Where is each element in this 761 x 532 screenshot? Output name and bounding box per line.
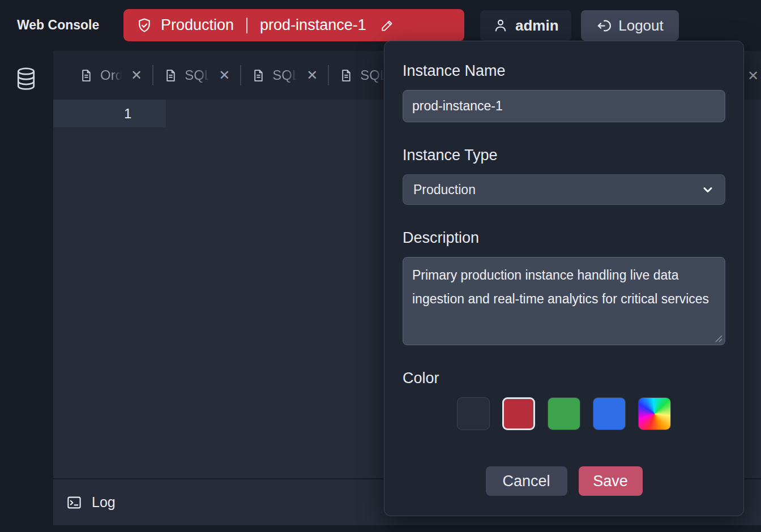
sidebar [0, 51, 53, 532]
environment-badge[interactable]: Production prod-instance-1 [123, 9, 464, 41]
color-swatch-red[interactable] [502, 397, 535, 430]
logout-icon [596, 18, 612, 33]
tab-orders[interactable]: Ord ✕ [69, 67, 152, 83]
terminal-icon [66, 494, 83, 511]
color-swatch-green[interactable] [548, 397, 580, 430]
tab-label: SQL [360, 67, 386, 83]
username: admin [515, 17, 559, 35]
logout-label: Logout [618, 17, 664, 35]
save-button[interactable]: Save [579, 466, 643, 496]
line-number: 1 [124, 106, 131, 122]
color-swatch-row [403, 397, 725, 430]
tab-close-icon-overflow[interactable]: ✕ [747, 68, 759, 84]
tab-close-icon[interactable]: ✕ [219, 68, 230, 82]
color-label: Color [403, 368, 725, 388]
tab-label: SQL [272, 67, 298, 83]
tab-close-icon[interactable]: ✕ [131, 68, 142, 82]
file-icon [79, 68, 93, 83]
dialog-actions: Cancel Save [403, 466, 725, 496]
tab-label: SQL [185, 67, 211, 83]
badge-instance-name: prod-instance-1 [260, 16, 366, 34]
active-line-gutter: 1 [53, 100, 166, 127]
color-swatch-rainbow[interactable] [638, 397, 671, 430]
edit-icon[interactable] [380, 18, 395, 33]
file-icon [339, 68, 353, 83]
tab-sql-1[interactable]: SQL ✕ [153, 67, 240, 83]
user-icon [493, 18, 508, 33]
instance-settings-dialog: Instance Name Instance Type Production D… [384, 41, 744, 516]
shield-check-icon [136, 17, 153, 34]
instance-type-select[interactable]: Production [403, 174, 725, 205]
color-swatch-blue[interactable] [593, 397, 626, 430]
instance-name-input[interactable] [403, 90, 725, 122]
instance-type-label: Instance Type [403, 145, 725, 165]
description-label: Description [403, 228, 725, 248]
file-icon [164, 68, 178, 83]
tab-label: Ord [100, 67, 123, 83]
environment-label: Production [161, 16, 234, 34]
description-textarea[interactable]: Primary production instance handling liv… [403, 257, 725, 345]
file-icon [251, 68, 266, 83]
color-swatch-default[interactable] [457, 397, 490, 430]
log-label: Log [92, 494, 116, 510]
tab-sql-2[interactable]: SQL ✕ [241, 67, 328, 83]
database-icon[interactable] [15, 67, 53, 91]
badge-divider [246, 18, 247, 33]
cancel-button[interactable]: Cancel [486, 466, 567, 496]
logout-button[interactable]: Logout [581, 10, 679, 41]
app-title: Web Console [17, 18, 99, 33]
chevron-down-icon [701, 183, 715, 196]
tab-close-icon[interactable]: ✕ [306, 68, 318, 82]
user-chip[interactable]: admin [480, 10, 571, 41]
instance-name-label: Instance Name [403, 61, 725, 81]
instance-type-value: Production [413, 182, 476, 198]
